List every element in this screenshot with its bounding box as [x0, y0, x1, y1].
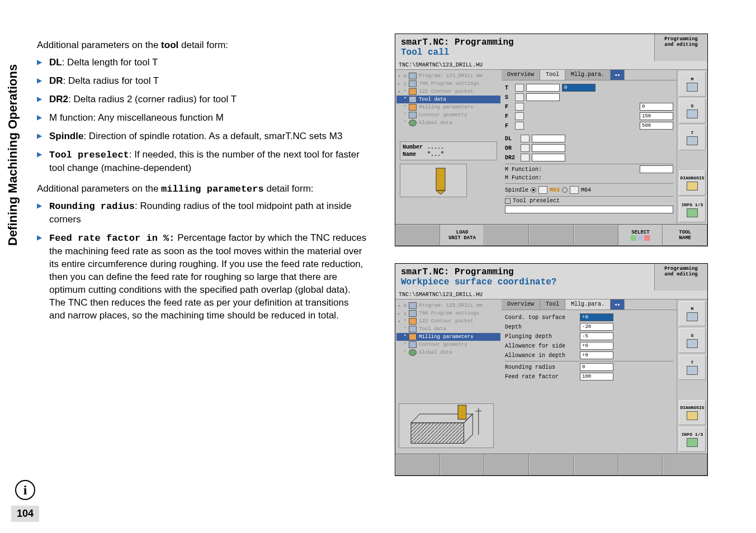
list-item: DR2: Delta radius 2 (corner radius) for … — [37, 93, 367, 106]
window-title: smarT.NC: Programming Tool call — [395, 34, 654, 61]
pocket-diagram — [399, 403, 494, 448]
tree-row-selected[interactable]: * Milling parameters — [396, 333, 500, 341]
list-item: Tool preselect: If needed, this is the n… — [37, 149, 367, 175]
tree-row[interactable]: * Contour geometry — [396, 111, 500, 119]
screenshot-milling-params: smarT.NC: Programming Workpiece surface … — [395, 263, 708, 476]
page-number: 104 — [11, 506, 39, 522]
tree-row[interactable]: ▸ 1 700 Program settings — [396, 80, 500, 88]
softkey-bar — [395, 454, 707, 475]
s-button[interactable]: S — [679, 98, 706, 123]
rounding-input[interactable] — [580, 363, 613, 371]
softkey[interactable] — [395, 225, 440, 246]
dl-input[interactable] — [532, 135, 565, 142]
tree-row[interactable]: ▾ * 122 Contour pocket — [396, 317, 500, 325]
tree-row[interactable]: ▸ 1 700 Program settings — [396, 310, 500, 317]
info-button[interactable]: INFO 1/3 — [679, 197, 706, 222]
tool-preselect-input[interactable] — [505, 206, 673, 213]
intro-tool: Additional parameters on the tool detail… — [37, 39, 367, 52]
program-tree: ▾ 0 Program: 123_DRILL mm ▸ 1 700 Progra… — [395, 299, 502, 454]
feed-icon — [515, 103, 524, 111]
softkey[interactable] — [618, 454, 663, 475]
form-panel: Overview Tool Mllg.para. ◂▸ Coord. top s… — [502, 299, 677, 454]
tab-tool[interactable]: Tool — [540, 299, 565, 310]
softkey-bar: LOADUNIT DATA SELECT TOOLNAME — [395, 224, 707, 246]
radio-m04[interactable] — [562, 187, 568, 193]
feedfactor-input[interactable] — [580, 373, 613, 380]
softkey[interactable] — [663, 454, 707, 475]
m-button[interactable]: M — [679, 72, 706, 97]
s-button[interactable]: S — [679, 328, 706, 353]
tree-row[interactable]: ▾ 0 Program: 123_DRILL mm — [396, 72, 500, 80]
intro-milling: Additional parameters on the milling par… — [37, 183, 367, 196]
label-top-surface: Coord. top surface — [505, 315, 578, 321]
softkey[interactable] — [574, 454, 618, 475]
label-tool-preselect: Tool preselect — [513, 198, 560, 204]
softkey[interactable] — [395, 454, 440, 475]
tree-row[interactable]: * Global data — [396, 119, 500, 127]
softkey-select[interactable]: SELECT — [618, 225, 663, 246]
dr-input[interactable] — [532, 144, 565, 152]
allow-depth-input[interactable] — [580, 351, 613, 359]
tool-preselect-checkbox[interactable] — [505, 198, 511, 204]
label-allow-side: Allowance for side — [505, 343, 578, 349]
list-item: Feed rate factor in %: Percentage factor… — [37, 232, 367, 322]
tree-row[interactable]: ▾ * 122 Contour pocket — [396, 88, 500, 96]
text-column: Additional parameters on the tool detail… — [26, 0, 378, 493]
t-button[interactable]: T — [679, 355, 706, 380]
softkey[interactable] — [484, 454, 529, 475]
t-input-2[interactable] — [562, 84, 596, 92]
list-item: DL: Delta length for tool T — [37, 56, 367, 69]
tab-scroll[interactable]: ◂▸ — [611, 70, 625, 80]
form-panel: Overview Tool Mllg.para. ◂▸ T S F F F DL… — [502, 70, 677, 224]
tab-tool[interactable]: Tool — [540, 70, 565, 80]
diagnosis-button[interactable]: DIAGNOSIS — [679, 400, 706, 425]
info-button[interactable]: INFO 1/3 — [679, 427, 706, 452]
tree-row[interactable]: * Global data — [396, 349, 500, 356]
softkey[interactable] — [529, 454, 574, 475]
softkey[interactable] — [440, 454, 485, 475]
top-surface-input[interactable] — [580, 313, 613, 321]
radio-m03[interactable] — [531, 187, 536, 193]
softkey[interactable] — [529, 225, 574, 246]
m-button[interactable]: M — [679, 301, 706, 326]
softkey-toolname[interactable]: TOOLNAME — [663, 225, 707, 246]
label-number: Number — [403, 144, 423, 150]
depth-input[interactable] — [580, 323, 613, 331]
tab-mlgpara[interactable]: Mllg.para. — [565, 70, 611, 80]
file-path: TNC:\SMARTNC\123_DRILL.HU — [395, 291, 707, 299]
allow-side-input[interactable] — [580, 342, 613, 350]
t-input[interactable] — [526, 84, 560, 92]
t-button[interactable]: T — [679, 125, 706, 150]
tool-params-list: DL: Delta length for tool T DR: Delta ra… — [37, 56, 367, 175]
diagnosis-button[interactable]: DIAGNOSIS — [679, 170, 706, 196]
softkey[interactable] — [484, 225, 529, 246]
ccw-icon — [570, 186, 579, 194]
tab-mlgpara[interactable]: Mllg.para. — [565, 299, 611, 310]
tree-row[interactable]: * Tool data — [396, 325, 500, 333]
spindle-row: Spindle M03 M04 — [505, 186, 673, 194]
label-name: Name — [403, 151, 423, 158]
label-feedfactor: Feed rate factor — [505, 374, 578, 380]
milling-params-list: Rounding radius: Rounding radius of the … — [37, 200, 367, 322]
f-input[interactable] — [640, 122, 673, 130]
tab-overview[interactable]: Overview — [502, 299, 540, 310]
s-input[interactable] — [526, 93, 560, 101]
plunging-input[interactable] — [580, 332, 613, 340]
mode-label: Programming and editing — [654, 264, 707, 291]
tab-scroll[interactable]: ◂▸ — [611, 299, 625, 310]
softkey[interactable] — [574, 225, 618, 246]
label-mfunction: M Function: — [505, 166, 542, 173]
tree-row[interactable]: * Contour geometry — [396, 341, 500, 349]
list-item: M function: Any miscellaneous function M — [37, 112, 367, 125]
mfunc-input[interactable] — [640, 165, 673, 173]
side-icons: M S T DIAGNOSIS INFO 1/3 — [677, 70, 707, 224]
f-input[interactable] — [640, 112, 673, 120]
tree-row[interactable]: ▾ 0 Program: 123_DRILL mm — [396, 302, 500, 310]
softkey-load[interactable]: LOADUNIT DATA — [440, 225, 485, 246]
f-input[interactable] — [640, 103, 673, 111]
dr-icon — [521, 144, 530, 152]
tab-overview[interactable]: Overview — [502, 70, 540, 80]
dr2-input[interactable] — [532, 154, 565, 161]
tree-row[interactable]: * Milling parameters — [396, 103, 500, 111]
tree-row-selected[interactable]: * Tool data — [396, 96, 500, 103]
